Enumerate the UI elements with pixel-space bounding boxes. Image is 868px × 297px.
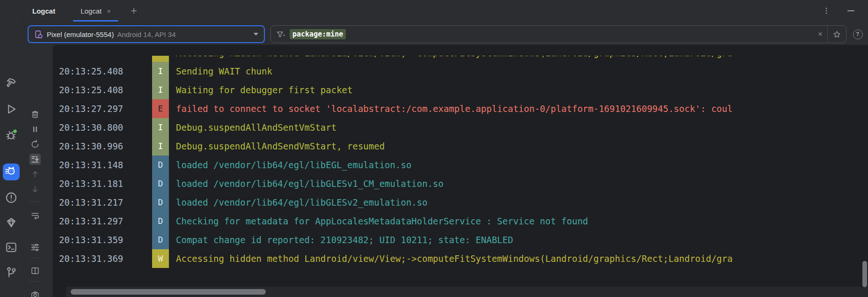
- restart-logcat-button[interactable]: [29, 139, 41, 150]
- log-timestamp: 20:13:31.369: [59, 249, 123, 268]
- toolbar-divider: [29, 258, 41, 258]
- gem-icon: [5, 216, 17, 229]
- log-row[interactable]: 20:13:31.359DCompat change id reported: …: [59, 230, 868, 249]
- log-message: Sending WAIT chunk: [176, 62, 272, 81]
- log-row[interactable]: 20:13:25.408ISending WAIT chunk: [59, 62, 868, 81]
- log-row[interactable]: WAccessing hidden method Landroid/view/V…: [59, 56, 868, 62]
- log-timestamp: 20:13:31.359: [59, 230, 123, 249]
- tab-label: Logcat: [80, 7, 102, 15]
- version-control-button[interactable]: [5, 266, 18, 279]
- log-timestamp: 20:13:25.408: [59, 62, 123, 81]
- kebab-menu-icon: [822, 7, 831, 15]
- terminal-icon: [5, 241, 17, 253]
- logcat-content: WAccessing hidden method Landroid/view/V…: [23, 45, 868, 297]
- log-message: Debug.suspendAllAndSentVmStart: [176, 118, 336, 137]
- device-selector[interactable]: Pixel (emulator-5554) Android 14, API 34: [28, 25, 265, 43]
- terminal-button[interactable]: [5, 241, 18, 254]
- log-message: Checking for metadata for AppLocalesMeta…: [176, 212, 588, 230]
- tab-close-icon[interactable]: ×: [107, 7, 111, 15]
- log-message: Accessing hidden method Landroid/view/Vi…: [176, 56, 733, 62]
- toolbar-divider: [29, 281, 41, 282]
- horizontal-scrollbar-thumb[interactable]: [71, 289, 266, 295]
- help-button[interactable]: ?: [852, 25, 863, 43]
- log-timestamp: 20:13:25.408: [59, 81, 123, 99]
- hide-panel-button[interactable]: [845, 5, 857, 17]
- filter-funnel-icon[interactable]: [276, 30, 285, 38]
- log-timestamp: 20:13:31.148: [59, 156, 123, 174]
- log-message: loaded /vendor/lib64/egl/libGLESv1_CM_em…: [176, 174, 444, 193]
- problems-exclamation-icon: [5, 192, 17, 204]
- log-row[interactable]: 20:13:30.800IDebug.suspendAllAndSentVmSt…: [59, 118, 868, 137]
- log-level-badge: I: [152, 118, 169, 137]
- horizontal-scrollbar[interactable]: [66, 287, 868, 297]
- logcat-settings-button[interactable]: [29, 242, 41, 253]
- log-level-badge: D: [152, 230, 169, 249]
- log-row[interactable]: 20:13:31.369WAccessing hidden method Lan…: [59, 249, 868, 268]
- log-level-badge: D: [152, 156, 169, 174]
- restart-icon: [30, 140, 40, 149]
- logcat-tab-bar: Logcat Logcat × +: [23, 0, 868, 22]
- virtual-device-icon: [34, 30, 43, 39]
- log-level-badge: E: [152, 99, 169, 118]
- build-button[interactable]: [5, 76, 18, 89]
- filter-query-value[interactable]: package:mine: [290, 29, 346, 39]
- new-tab-button[interactable]: +: [131, 6, 137, 15]
- log-row[interactable]: 20:13:31.217Dloaded /vendor/lib64/egl/li…: [59, 193, 868, 212]
- log-row[interactable]: 20:13:25.408IWaiting for debugger first …: [59, 81, 868, 99]
- screenshot-button[interactable]: [29, 289, 41, 297]
- active-tab-underline: [73, 20, 118, 22]
- log-level-badge: D: [152, 174, 169, 193]
- options-menu-button[interactable]: [820, 5, 832, 17]
- log-level-badge: D: [152, 212, 169, 230]
- run-play-icon: [5, 103, 17, 115]
- clear-filter-icon[interactable]: ×: [813, 30, 827, 39]
- clear-logcat-button[interactable]: [29, 109, 41, 120]
- scroll-to-end-button[interactable]: [29, 154, 41, 165]
- log-row[interactable]: 20:13:31.181Dloaded /vendor/lib64/egl/li…: [59, 174, 868, 193]
- pause-logcat-button[interactable]: [29, 124, 41, 135]
- log-message: Waiting for debugger first packet: [176, 81, 353, 99]
- partial-log-row: WAccessing hidden method Landroid/view/V…: [59, 56, 868, 62]
- log-rows: WAccessing hidden method Landroid/view/V…: [53, 45, 868, 268]
- favorite-filter-button[interactable]: [827, 26, 846, 43]
- log-message: Accessing hidden method Landroid/view/Vi…: [176, 249, 733, 268]
- logcat-stripe-button[interactable]: [3, 163, 20, 180]
- log-level-badge: I: [152, 137, 169, 156]
- arrow-up-icon: [30, 170, 40, 179]
- toolbar-divider: [29, 201, 41, 202]
- log-level-badge: I: [152, 62, 169, 81]
- log-message: Compat change id reported: 210923482; UI…: [176, 230, 513, 249]
- filter-field[interactable]: package:mine ×: [270, 25, 846, 43]
- vertical-scrollbar-thumb[interactable]: [862, 261, 867, 287]
- log-row[interactable]: 20:13:27.297Efailed to connect to socket…: [59, 99, 868, 118]
- app-quality-insights-button[interactable]: [5, 216, 18, 229]
- log-message: failed to connect to socket 'localabstra…: [176, 99, 733, 118]
- camera-icon: [30, 290, 40, 297]
- log-message: loaded /vendor/lib64/egl/libEGL_emulatio…: [176, 156, 411, 174]
- tool-window-stripe: [0, 0, 23, 297]
- logcat-controls-row: Pixel (emulator-5554) Android 14, API 34…: [23, 22, 868, 45]
- split-panel-icon: [30, 266, 40, 275]
- debug-button[interactable]: [5, 128, 18, 141]
- tab-logcat[interactable]: Logcat ×: [73, 0, 118, 22]
- log-timestamp: 20:13:31.181: [59, 174, 123, 193]
- log-view[interactable]: WAccessing hidden method Landroid/view/V…: [53, 45, 868, 297]
- log-row[interactable]: 20:13:31.148Dloaded /vendor/lib64/egl/li…: [59, 156, 868, 174]
- build-hammer-icon: [5, 77, 17, 89]
- problems-button[interactable]: [5, 191, 18, 204]
- run-button[interactable]: [5, 103, 18, 116]
- log-level-badge: W: [152, 56, 169, 62]
- split-panel-button[interactable]: [29, 265, 41, 276]
- device-name: Pixel (emulator-5554): [47, 30, 114, 38]
- next-occurrence-button[interactable]: [29, 184, 41, 195]
- sliders-icon: [30, 243, 40, 252]
- minimize-bar-icon: [847, 10, 854, 11]
- log-level-badge: D: [152, 193, 169, 212]
- soft-wrap-button[interactable]: [29, 210, 41, 221]
- log-timestamp: 20:13:31.297: [59, 212, 123, 230]
- logcat-cat-icon: [5, 166, 17, 178]
- previous-occurrence-button[interactable]: [29, 169, 41, 180]
- log-row[interactable]: 20:13:31.297DChecking for metadata for A…: [59, 212, 868, 230]
- log-row[interactable]: 20:13:30.996IDebug.suspendAllAndSendVmSt…: [59, 137, 868, 156]
- chevron-down-icon[interactable]: [254, 33, 258, 36]
